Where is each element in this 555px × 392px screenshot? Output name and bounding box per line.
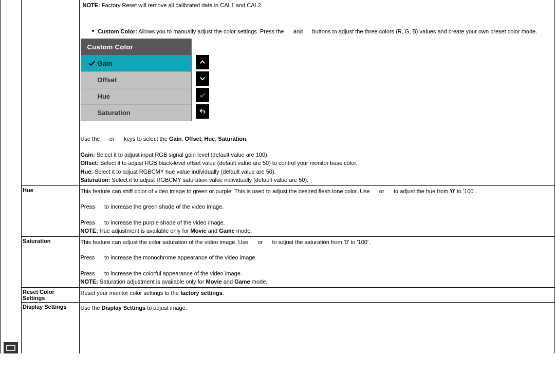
saturation-color: Press to increase the colorful appearanc… bbox=[81, 269, 553, 278]
osd-item-saturation: Saturation bbox=[81, 104, 191, 121]
hue-green: Press to increase the green shade of the… bbox=[81, 202, 553, 211]
row-label-hue: Hue bbox=[22, 185, 79, 236]
icon-column bbox=[0, 0, 22, 353]
gain-line: Gain: Select it to adjust input RGB sign… bbox=[81, 151, 553, 159]
note-label: NOTE: bbox=[83, 2, 100, 8]
hue-desc: This feature can shift color of video im… bbox=[81, 187, 553, 196]
osd-item-offset: Offset bbox=[81, 71, 191, 88]
display-settings-icon bbox=[4, 342, 18, 353]
checkmark-icon bbox=[86, 59, 98, 67]
saturation-mono: Press to increase the monochrome appeara… bbox=[81, 253, 553, 262]
saturation-note: NOTE: Saturation adjustment is available… bbox=[81, 277, 553, 286]
hue-line: Hue: Select it to adjust RGBCMY hue valu… bbox=[81, 167, 553, 176]
display-desc: Use the Display Settings to adjust image… bbox=[79, 302, 554, 353]
hue-note: NOTE: Hue adjustment is available only f… bbox=[81, 227, 553, 235]
factory-reset-note: NOTE: Factory Reset will remove all cali… bbox=[81, 1, 553, 13]
up-arrow-icon bbox=[196, 55, 209, 69]
row-label-saturation: Saturation bbox=[22, 236, 79, 287]
custom-color-label: Custom Color: bbox=[98, 28, 137, 34]
saturation-desc: This feature can adjust the color satura… bbox=[81, 238, 553, 247]
bullet-icon bbox=[92, 30, 94, 32]
reset-desc: Reset your monitor color settings to the… bbox=[79, 287, 554, 302]
back-icon bbox=[196, 104, 209, 119]
confirm-check-icon bbox=[196, 88, 209, 102]
saturation-line: Saturation: Select it to adjust RGBCMY s… bbox=[81, 176, 553, 184]
row-label-reset: Reset Color Settings bbox=[22, 287, 79, 302]
hue-purple: Press to increase the purple shade of th… bbox=[81, 218, 553, 227]
down-arrow-icon bbox=[196, 71, 209, 86]
osd-item-gain: Gain bbox=[81, 55, 191, 71]
osd-item-hue: Hue bbox=[81, 88, 191, 104]
row-label-display: Display Settings bbox=[22, 302, 79, 353]
use-keys-instruction: Use the or keys to select the Gain, Offs… bbox=[81, 135, 553, 143]
offset-line: Offset: Select it to adjust RGB black-le… bbox=[81, 159, 553, 167]
osd-screenshot: Custom Color Gain Offset bbox=[81, 39, 553, 121]
custom-color-bullet: Custom Color: Allows you to manually adj… bbox=[92, 27, 553, 36]
osd-title: Custom Color bbox=[81, 39, 191, 55]
note-text: Factory Reset will remove all calibrated… bbox=[100, 2, 263, 8]
